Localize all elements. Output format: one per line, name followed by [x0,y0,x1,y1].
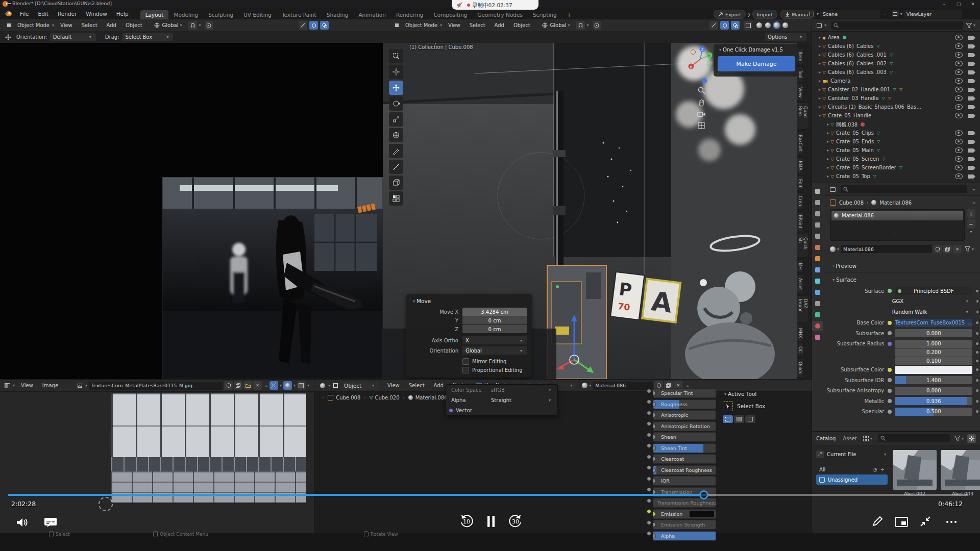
tool-rotate-button[interactable] [389,96,403,111]
outliner-item[interactable]: ▸▽Canister_03_Handle▽▽ [814,94,978,103]
properties-tab-particles[interactable] [812,276,823,286]
copy-icon[interactable] [943,245,952,254]
outliner-item[interactable]: ▸▽Cables (6)_Cables .002▽ [814,59,978,68]
tool-move-button[interactable] [389,81,403,95]
hide-eye-toggle[interactable] [955,173,963,179]
disclosure-icon[interactable]: ▸ [827,174,829,179]
properties-tab-view-layer[interactable] [812,220,823,230]
render-visibility-toggle[interactable] [968,131,974,135]
disclosure-icon[interactable]: ▸ [819,87,821,92]
properties-tab-render[interactable] [812,197,823,208]
tool-mesh-extra-button[interactable] [389,191,403,206]
properties-tab-scene[interactable] [812,231,823,241]
tool-measure-button[interactable] [389,160,403,174]
xray-toggle[interactable] [744,21,752,30]
shading-solid-icon[interactable] [765,22,771,28]
tab-scripting[interactable]: Scripting [528,10,562,19]
property-field[interactable]: Random Walk▾ [889,308,973,316]
hide-eye-toggle[interactable] [955,104,963,110]
eyedropper-icon[interactable] [299,21,307,30]
image-filename-field[interactable]: TexturesCom_MetalPlatesBare0115_M.jpg [89,382,223,390]
pin-icon[interactable]: ⌁ [264,383,267,389]
tool-cursor-button[interactable] [389,65,403,79]
npanel-tab-asset[interactable]: Asset [797,274,804,293]
more-options-button[interactable] [942,518,961,525]
render-visibility-toggle[interactable] [968,70,974,74]
overlays-toggle[interactable] [320,21,329,30]
add-slot-button[interactable]: + [967,209,975,218]
shading-material-icon[interactable] [774,22,779,28]
display-grid-icon[interactable] [863,436,869,441]
keyframe-dot-icon[interactable] [976,351,978,354]
move-field-value[interactable]: 0 cm [462,325,527,333]
navigation-gizmo-icon[interactable]: X Y Z [684,44,718,87]
mode-selector[interactable]: Object Mode [13,19,51,31]
hide-eye-toggle[interactable] [955,52,963,58]
viewport-menu-view[interactable]: View [56,19,77,31]
hide-eye-toggle[interactable] [955,78,963,84]
outliner-item[interactable]: ▸▽Canister_02_Handle.001▽▽ [814,85,978,94]
pause-button[interactable] [484,513,498,530]
tab-geometry-nodes[interactable]: Geometry Nodes [472,10,528,19]
axis-ortho-dropdown[interactable]: X▾ [462,336,527,344]
app-menu-edit[interactable]: Edit [34,8,53,19]
hide-eye-toggle[interactable] [955,147,963,153]
keyframe-dot-icon[interactable] [976,300,978,303]
tool-scale-button[interactable] [389,112,403,127]
property-field[interactable]: 1.400 [895,376,972,384]
orientation-selector[interactable]: Global▾ [542,22,572,28]
add-workspace-button[interactable]: + [562,10,577,19]
mode-selector[interactable]: Object Mode [401,19,438,31]
keyframe-dot-icon[interactable] [976,311,978,313]
tool-annotate-button[interactable] [389,144,403,158]
material-browse-icon[interactable] [582,383,587,388]
properties-tab-data[interactable] [812,310,823,320]
filter-funnel-icon[interactable] [965,246,970,252]
hide-eye-toggle[interactable] [955,165,963,170]
hide-eye-toggle[interactable] [955,43,963,49]
tool-add-primitive-button[interactable] [389,176,403,190]
shader-type-dropdown[interactable]: Object▾ [341,382,379,390]
tab-compositing[interactable]: Compositing [429,10,473,19]
keyframe-dot-icon[interactable] [976,360,978,362]
disclosure-icon[interactable]: ▸ [819,44,821,48]
disclosure-icon[interactable]: ▸ [819,96,821,101]
property-field[interactable]: 0.500 [895,408,972,416]
property-field[interactable]: 0.200 [895,348,972,357]
proportional-editing-icon[interactable] [205,21,213,30]
open-folder-icon[interactable] [243,381,252,390]
asset-search-input[interactable] [878,434,950,442]
render-visibility-toggle[interactable] [968,114,974,118]
keyframe-dot-icon[interactable] [976,389,978,392]
npanel-tab-oc[interactable]: OC [797,343,804,357]
tab-rendering[interactable]: Rendering [391,10,429,19]
properties-tab-output[interactable] [812,209,823,219]
render-visibility-toggle[interactable] [968,157,974,161]
editor-type-icon[interactable] [3,382,11,390]
npanel-tab-bma[interactable]: BMA [797,157,804,174]
node-input-clearcoat[interactable]: Clearcoat [653,454,716,464]
preview-section-header[interactable]: ›Preview [825,261,980,271]
outliner-item[interactable]: ▸Camera [814,77,978,85]
render-visibility-toggle[interactable] [968,79,974,83]
outliner-item[interactable]: ▸◆Area [814,33,978,42]
properties-tab-tool[interactable] [812,186,823,196]
properties-tab-texture[interactable] [812,332,823,342]
app-menu-help[interactable]: Help [112,8,133,19]
app-menu-window[interactable]: Window [81,8,111,19]
tab-layout[interactable]: Layout [140,10,169,19]
surface-section-header[interactable]: ▾Surface [825,274,980,285]
disclosure-icon[interactable]: ▸ [819,70,821,74]
outliner-item[interactable]: ▸▽Crate_05_Top▽ [814,172,978,181]
pan-hand-icon[interactable] [698,99,705,107]
select-mode-new-button[interactable] [723,415,733,423]
asset-source-dropdown[interactable]: Current File ▾ [816,449,888,459]
render-visibility-toggle[interactable] [968,53,974,57]
property-field[interactable]: 1.000 [895,340,972,348]
material-slot-row[interactable]: Material.086 [831,211,963,220]
eyedropper-icon[interactable] [709,21,718,30]
disclosure-icon[interactable]: ▸ [827,139,829,144]
image-image-menu[interactable]: Image [38,380,63,391]
properties-tab-modifiers[interactable] [812,265,823,275]
camera-view-icon[interactable] [697,111,705,117]
